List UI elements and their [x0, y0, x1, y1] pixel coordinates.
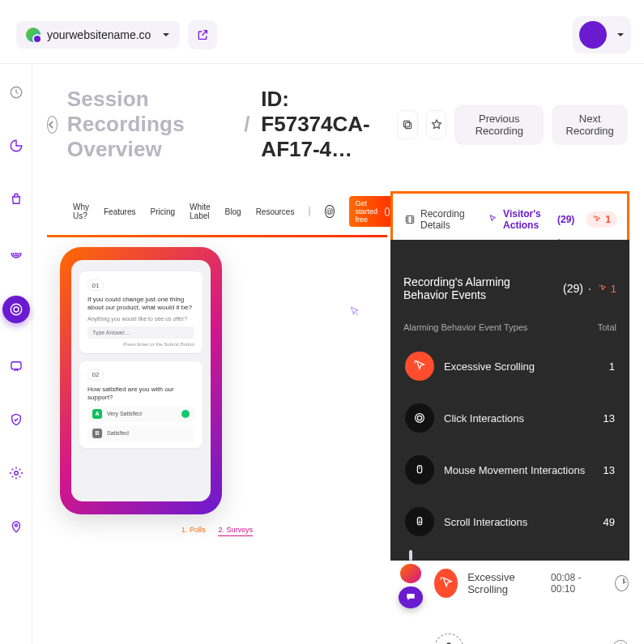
preview-nav-item[interactable]: Why Us?: [73, 203, 89, 220]
clock-icon: [612, 640, 629, 644]
chevron-down-icon: [616, 31, 625, 39]
preview-cta[interactable]: Get started free: [349, 196, 397, 227]
star-button[interactable]: [426, 110, 446, 139]
prev-recording-button[interactable]: Previous Recording: [454, 104, 544, 145]
svg-point-4: [14, 471, 18, 476]
breadcrumb-title[interactable]: Session Recordings Overview: [67, 87, 232, 162]
preview-tab[interactable]: 1. Polls: [181, 526, 206, 536]
rail-chat[interactable]: [6, 356, 27, 377]
avatar-icon: [579, 21, 607, 49]
preview-nav: Why Us? Features Pricing White Label Blo…: [47, 191, 387, 235]
svg-rect-3: [11, 362, 21, 369]
chevron-down-icon: [162, 31, 170, 39]
preview-nav-item[interactable]: Resources: [256, 207, 295, 216]
preview-nav-item[interactable]: Pricing: [150, 207, 175, 216]
preview-tab[interactable]: 2. Surveys: [218, 526, 253, 536]
rail-privacy[interactable]: [6, 409, 27, 430]
scroll-interactions-icon: [405, 507, 434, 536]
timeline-row[interactable]: Excessive Scrolling 00:08 - 00:10: [434, 569, 629, 598]
popover-title: Recording's Alarming Behavior Events(29)…: [403, 275, 616, 301]
click-icon: [405, 403, 434, 433]
cursor-click-icon: [487, 214, 498, 225]
svg-point-5: [15, 524, 17, 527]
tab-visitor-actions[interactable]: Visitor's Actions (29): [487, 208, 574, 231]
account-menu[interactable]: [573, 16, 631, 53]
popover-row[interactable]: Click Interactions13: [403, 392, 616, 444]
back-button[interactable]: [47, 116, 58, 134]
rail-recordings[interactable]: [2, 296, 30, 323]
copy-button[interactable]: [397, 110, 417, 139]
poll-card-2: 02 How satisfied are you with our suppor…: [79, 361, 203, 448]
cursor-icon: [348, 305, 361, 318]
svg-rect-7: [404, 121, 410, 126]
device-frame: 01 If you could change just one thing ab…: [60, 247, 222, 514]
svg-point-2: [11, 304, 22, 315]
svg-rect-6: [406, 122, 412, 128]
site-preview: Why Us? Features Pricing White Label Blo…: [47, 191, 387, 536]
open-external-button[interactable]: [188, 20, 217, 49]
rail-dashboard[interactable]: [6, 82, 27, 103]
at-icon[interactable]: @: [325, 205, 334, 218]
rail-analytics[interactable]: [6, 135, 27, 156]
site-name: yourwebsitename.co: [47, 28, 151, 41]
svg-point-12: [417, 416, 421, 420]
breadcrumb: Session Recordings Overview / ID: F57374…: [47, 87, 628, 162]
poll-card-1: 01 If you could change just one thing ab…: [79, 271, 203, 353]
chat-fab[interactable]: [399, 586, 423, 608]
left-rail: [0, 64, 32, 644]
popover-row[interactable]: Scroll Interactions49: [403, 496, 616, 548]
site-selector[interactable]: yourwebsitename.co: [16, 21, 180, 49]
alarming-events-popover: Recording's Alarming Behavior Events(29)…: [390, 240, 629, 561]
scrubber-knob[interactable]: [400, 564, 421, 583]
top-bar: yourwebsitename.co: [0, 0, 644, 63]
excessive-scroll-icon: [434, 569, 458, 598]
mouse-move-icon: [405, 455, 434, 484]
rail-settings[interactable]: [6, 463, 27, 484]
rail-heatmap[interactable]: [6, 242, 27, 263]
rail-shop[interactable]: [6, 189, 27, 210]
next-recording-button[interactable]: Next Recording: [552, 104, 628, 145]
poll-input[interactable]: [87, 326, 194, 339]
svg-point-1: [14, 307, 19, 312]
clock-icon: [615, 575, 629, 591]
rail-location[interactable]: [6, 516, 27, 537]
flag-icon[interactable]: [309, 206, 310, 217]
popover-row[interactable]: Mouse Movement Interactions13: [403, 444, 616, 496]
svg-point-13: [416, 414, 424, 423]
preview-nav-item[interactable]: Blog: [225, 207, 241, 216]
alarm-indicator[interactable]: 1: [586, 211, 617, 228]
svg-rect-8: [406, 215, 413, 223]
svg-rect-15: [417, 518, 421, 525]
preview-tabs: 1. Polls 2. Surveys: [47, 526, 387, 536]
poll-option[interactable]: BSatisfied: [87, 425, 194, 441]
tab-recording-details[interactable]: Recording Details: [404, 208, 476, 231]
film-icon: [404, 214, 416, 225]
playback-scrubber[interactable]: [399, 550, 423, 608]
site-logo-icon: [26, 28, 41, 42]
divider: [47, 235, 387, 237]
timeline-row[interactable]: Scrolling 00:10 - 00:12: [434, 633, 629, 644]
preview-nav-item[interactable]: White Label: [190, 203, 211, 220]
poll-option[interactable]: AVery Satisfied: [87, 406, 194, 422]
popover-row[interactable]: Excessive Scrolling1: [403, 340, 616, 392]
excessive-scroll-icon: [405, 352, 434, 381]
scroll-icon: [434, 633, 463, 644]
svg-rect-14: [417, 466, 421, 473]
breadcrumb-id: ID: F57374CA-AF17-4…: [261, 87, 387, 162]
preview-nav-item[interactable]: Features: [104, 207, 135, 216]
